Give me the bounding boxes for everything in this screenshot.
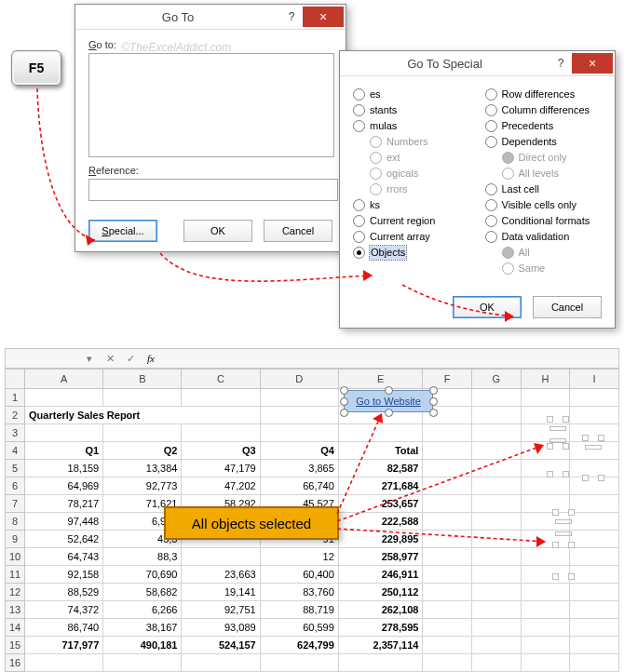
svg-marker-5 [536,536,546,547]
svg-marker-2 [505,311,514,322]
annotation-arrows [0,0,624,672]
svg-marker-1 [363,270,373,281]
svg-marker-0 [86,235,95,246]
